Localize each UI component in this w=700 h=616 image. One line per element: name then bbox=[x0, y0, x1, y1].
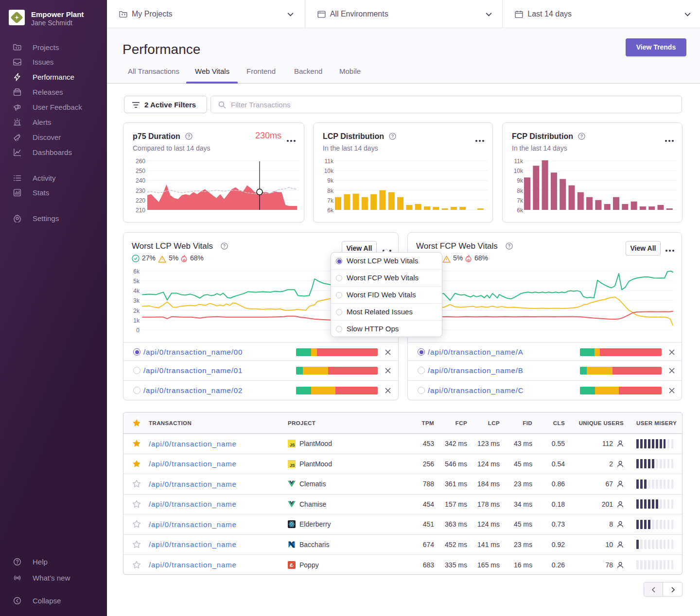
svg-text:JS: JS bbox=[290, 463, 295, 468]
svg-text:JS: JS bbox=[290, 443, 295, 447]
